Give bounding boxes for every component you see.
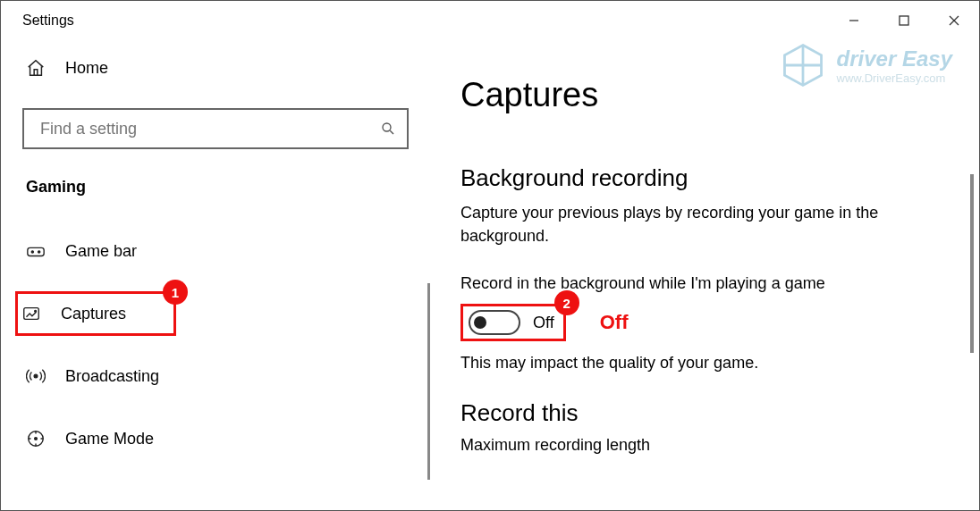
game-bar-icon — [26, 241, 46, 261]
close-button[interactable] — [929, 1, 979, 40]
svg-rect-6 — [28, 247, 44, 256]
svg-point-8 — [38, 251, 40, 253]
sidebar-item-label: Captures — [61, 305, 126, 323]
minimize-button[interactable] — [829, 1, 879, 40]
home-nav[interactable]: Home — [22, 58, 409, 78]
sidebar-item-game-bar[interactable]: Game bar — [22, 229, 409, 273]
broadcasting-icon — [26, 366, 46, 386]
sidebar-item-captures[interactable]: Captures 1 — [15, 291, 176, 336]
search-input-container[interactable] — [22, 108, 409, 149]
maximize-button[interactable] — [879, 1, 929, 40]
background-record-toggle[interactable] — [469, 310, 520, 335]
annotation-box-2: Off 2 — [460, 304, 566, 341]
svg-point-4 — [383, 123, 391, 131]
game-mode-icon — [26, 429, 46, 448]
section-background-recording-desc: Capture your previous plays by recording… — [460, 201, 952, 247]
window-title: Settings — [22, 13, 74, 29]
sidebar-item-label: Game Mode — [65, 430, 154, 448]
toggle-label: Record in the background while I'm playi… — [460, 274, 952, 293]
page-title: Captures — [460, 76, 952, 114]
svg-point-7 — [31, 251, 33, 253]
watermark-brand: driver Easy — [837, 46, 952, 71]
sidebar-item-label: Broadcasting — [65, 367, 159, 386]
toggle-state: Off — [533, 314, 554, 332]
search-icon — [380, 121, 396, 137]
home-icon — [26, 58, 46, 78]
svg-point-10 — [35, 310, 37, 312]
annotation-badge-1: 1 — [163, 280, 188, 305]
svg-rect-9 — [24, 308, 39, 320]
svg-line-5 — [390, 130, 393, 134]
sidebar-item-broadcasting[interactable]: Broadcasting — [22, 354, 409, 398]
search-input[interactable] — [40, 120, 380, 138]
toggle-note: This may impact the quality of your game… — [460, 354, 952, 373]
captures-icon — [21, 304, 41, 323]
section-background-recording-title: Background recording — [460, 164, 952, 192]
annotation-badge-2: 2 — [554, 290, 579, 315]
sidebar-item-game-mode[interactable]: Game Mode — [22, 416, 409, 461]
svg-point-11 — [34, 374, 38, 378]
main-scrollbar[interactable] — [970, 174, 974, 353]
svg-point-13 — [35, 438, 38, 440]
category-title: Gaming — [22, 178, 409, 197]
section-record-this-title: Record this — [460, 399, 952, 427]
max-length-label: Maximum recording length — [460, 436, 952, 455]
home-label: Home — [65, 59, 108, 78]
svg-rect-1 — [900, 16, 908, 25]
sidebar-item-label: Game bar — [65, 242, 137, 261]
annotation-off-text: Off — [600, 311, 629, 334]
